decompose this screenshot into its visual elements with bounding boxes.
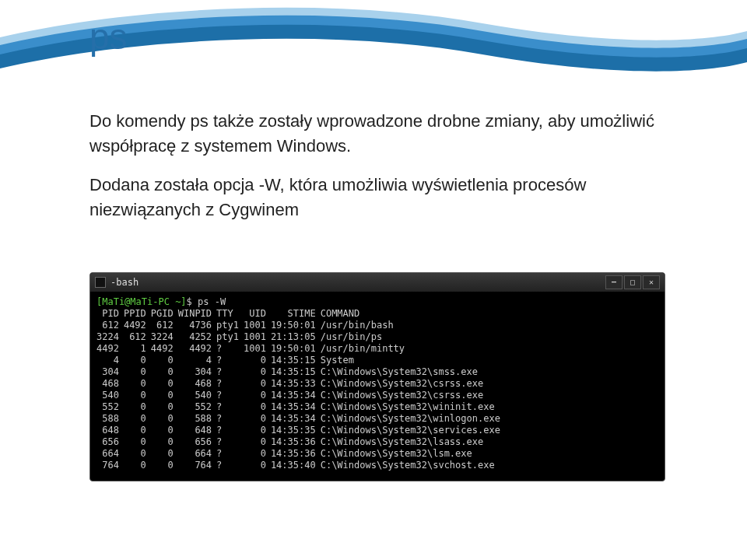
ps-cell: 304 (178, 366, 216, 378)
ps-cell: 0 (151, 390, 178, 401)
prompt-sep: $ (187, 296, 192, 307)
ps-cell: 648 (178, 425, 216, 436)
ps-cell: C:\Windows\System32\lsm.exe (321, 448, 505, 460)
ps-cell: 14:35:34 (271, 413, 321, 425)
paragraph-1: Do komendy ps także zostały wprowadzone … (89, 109, 685, 159)
ps-cell: /usr/bin/bash (321, 320, 505, 331)
ps-cell: 0 (124, 425, 151, 436)
ps-cell: 4492 (151, 343, 178, 355)
ps-cell: 0 (151, 355, 178, 366)
terminal-title: -bash (110, 277, 605, 289)
ps-header-row: PIDPPIDPGIDWINPIDTTYUIDSTIMECOMMAND (96, 308, 505, 320)
ps-cell: 0 (244, 378, 271, 390)
window-controls: — □ ✕ (605, 275, 660, 289)
ps-cell: 0 (124, 448, 151, 460)
ps-cell: 540 (96, 390, 124, 401)
ps-header-cell: TTY (216, 308, 244, 320)
ps-cell: pty1 (216, 331, 244, 343)
ps-row: 30400304?014:35:15C:\Windows\System32\sm… (96, 366, 505, 378)
ps-cell: 14:35:33 (271, 378, 321, 390)
ps-table: PIDPPIDPGIDWINPIDTTYUIDSTIMECOMMAND61244… (96, 308, 505, 471)
ps-cell: 764 (96, 460, 124, 471)
ps-cell: 4492 (124, 320, 151, 331)
ps-cell: 0 (244, 425, 271, 436)
ps-cell: C:\Windows\System32\winlogon.exe (321, 413, 505, 425)
ps-cell: 0 (124, 460, 151, 471)
ps-cell: 656 (96, 436, 124, 448)
ps-cell: 0 (151, 436, 178, 448)
ps-row: 322461232244252pty1100121:13:05/usr/bin/… (96, 331, 505, 343)
ps-cell: 3224 (96, 331, 124, 343)
ps-cell: 1 (124, 343, 151, 355)
ps-cell: 14:35:36 (271, 436, 321, 448)
ps-row: 4492144924492?100119:50:01/usr/bin/mintt… (96, 343, 505, 355)
ps-header-cell: PGID (151, 308, 178, 320)
ps-cell: 0 (151, 413, 178, 425)
close-button[interactable]: ✕ (643, 275, 660, 289)
ps-cell: 0 (244, 401, 271, 413)
ps-cell: 4 (178, 355, 216, 366)
prompt-command: ps -W (198, 296, 226, 307)
ps-cell: C:\Windows\System32\wininit.exe (321, 401, 505, 413)
ps-header-cell: COMMAND (321, 308, 505, 320)
ps-cell: 540 (178, 390, 216, 401)
ps-cell: ? (216, 413, 244, 425)
ps-cell: 612 (124, 331, 151, 343)
ps-cell: ? (216, 460, 244, 471)
ps-cell: 0 (124, 366, 151, 378)
ps-cell: 612 (96, 320, 124, 331)
ps-cell: 612 (151, 320, 178, 331)
ps-cell: 0 (244, 413, 271, 425)
ps-cell: 14:35:40 (271, 460, 321, 471)
ps-cell: 4492 (178, 343, 216, 355)
ps-cell: C:\Windows\System32\csrss.exe (321, 390, 505, 401)
ps-cell: C:\Windows\System32\svchost.exe (321, 460, 505, 471)
ps-cell: ? (216, 378, 244, 390)
ps-cell: 0 (124, 378, 151, 390)
ps-cell: ? (216, 390, 244, 401)
ps-row: 46800468?014:35:33C:\Windows\System32\cs… (96, 378, 505, 390)
ps-cell: 1001 (244, 320, 271, 331)
ps-cell: 656 (178, 436, 216, 448)
slide-body: Do komendy ps także zostały wprowadzone … (89, 109, 685, 236)
ps-cell: 588 (96, 413, 124, 425)
ps-row: 64800648?014:35:35C:\Windows\System32\se… (96, 425, 505, 436)
ps-header-cell: STIME (271, 308, 321, 320)
ps-row: 58800588?014:35:34C:\Windows\System32\wi… (96, 413, 505, 425)
terminal-body: [MaTi@MaTi-PC ~]$ ps -W PIDPPIDPGIDWINPI… (90, 292, 665, 481)
ps-cell: 764 (178, 460, 216, 471)
ps-cell: 14:35:35 (271, 425, 321, 436)
ps-header-cell: WINPID (178, 308, 216, 320)
ps-cell: ? (216, 355, 244, 366)
ps-cell: 648 (96, 425, 124, 436)
ps-header-cell: PPID (124, 308, 151, 320)
ps-cell: 588 (178, 413, 216, 425)
terminal-icon (95, 277, 106, 288)
ps-cell: 0 (124, 401, 151, 413)
ps-cell: 0 (124, 355, 151, 366)
ps-cell: C:\Windows\System32\csrss.exe (321, 378, 505, 390)
ps-row: 54000540?014:35:34C:\Windows\System32\cs… (96, 390, 505, 401)
prompt-user: [MaTi@MaTi-PC ~] (96, 296, 187, 307)
maximize-button[interactable]: □ (624, 275, 641, 289)
ps-cell: 14:35:34 (271, 390, 321, 401)
ps-cell: 468 (178, 378, 216, 390)
ps-row: 66400664?014:35:36C:\Windows\System32\ls… (96, 448, 505, 460)
ps-cell: 0 (151, 378, 178, 390)
ps-cell: ? (216, 343, 244, 355)
ps-cell: System (321, 355, 505, 366)
ps-cell: 0 (244, 390, 271, 401)
ps-cell: ? (216, 436, 244, 448)
ps-cell: ? (216, 366, 244, 378)
ps-cell: 14:35:15 (271, 366, 321, 378)
ps-cell: ? (216, 448, 244, 460)
minimize-button[interactable]: — (605, 275, 622, 289)
ps-cell: 1001 (244, 331, 271, 343)
ps-cell: 304 (96, 366, 124, 378)
ps-cell: 552 (96, 401, 124, 413)
ps-cell: ? (216, 401, 244, 413)
ps-cell: 14:35:36 (271, 448, 321, 460)
ps-cell: 0 (244, 355, 271, 366)
ps-cell: 0 (244, 460, 271, 471)
ps-cell: C:\Windows\System32\lsass.exe (321, 436, 505, 448)
